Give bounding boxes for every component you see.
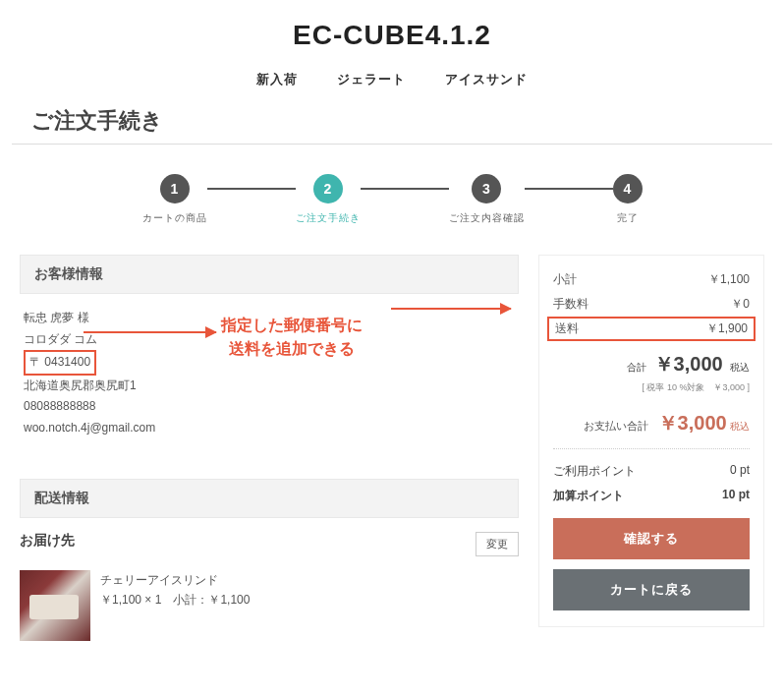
step-connector <box>361 188 449 190</box>
use-point-value: 0 pt <box>730 463 750 480</box>
customer-address: 北海道奥尻郡奥尻町1 <box>24 376 519 397</box>
product-detail: ￥1,100 × 1 小計：￥1,100 <box>100 590 250 610</box>
step-connector <box>207 188 296 190</box>
shipping-sub-title: お届け先 <box>20 532 75 548</box>
checkout-steps: 1 カートの商品 2 ご注文手続き 3 ご注文内容確認 4 完了 <box>0 164 784 255</box>
site-title: EC-CUBE4.1.2 <box>0 0 784 59</box>
shipping-label: 送料 <box>555 320 579 337</box>
pay-suffix: 税込 <box>730 421 750 432</box>
subtotal-label: 小計 <box>553 271 577 288</box>
pay-label: お支払い合計 <box>584 420 648 432</box>
customer-email: woo.notch.4j@gmail.com <box>24 418 519 439</box>
nav-item-gelato[interactable]: ジェラート <box>337 71 406 88</box>
product-info: チェリーアイスリンド ￥1,100 × 1 小計：￥1,100 <box>100 570 250 610</box>
step-1: 1 カートの商品 <box>142 174 207 225</box>
step-3: 3 ご注文内容確認 <box>449 174 525 225</box>
pay-total-row: お支払い合計 ￥3,000 税込 <box>553 404 750 449</box>
order-summary: 小計 ￥1,100 手数料 ￥0 送料 ￥1,900 合計 ￥3,000 税込 … <box>538 255 764 627</box>
back-to-cart-button[interactable]: カートに戻る <box>553 569 750 610</box>
step-label: ご注文手続き <box>296 211 361 225</box>
shipping-row: 送料 ￥1,900 <box>547 317 756 341</box>
use-point-label: ご利用ポイント <box>553 463 636 480</box>
total-suffix: 税込 <box>730 362 750 373</box>
shipping-section-title: 配送情報 <box>20 479 519 518</box>
fee-row: 手数料 ￥0 <box>553 292 750 317</box>
step-label: ご注文内容確認 <box>449 211 525 225</box>
pay-value: ￥3,000 <box>658 412 727 434</box>
subtotal-value: ￥1,100 <box>708 271 750 288</box>
product-thumbnail <box>20 570 90 641</box>
step-circle: 4 <box>613 174 643 203</box>
fee-label: 手数料 <box>553 296 588 313</box>
step-2: 2 ご注文手続き <box>296 174 361 225</box>
total-row: 合計 ￥3,000 税込 <box>553 341 750 379</box>
nav-item-new[interactable]: 新入荷 <box>256 71 298 88</box>
annotation-line1: 指定した郵便番号に <box>221 314 363 337</box>
add-point-value: 10 pt <box>722 488 750 504</box>
total-value: ￥3,000 <box>654 353 723 375</box>
nav-item-ice-sand[interactable]: アイスサンド <box>445 71 528 88</box>
step-4: 4 完了 <box>613 174 643 225</box>
step-connector <box>525 188 613 190</box>
customer-section-title: お客様情報 <box>20 255 519 294</box>
annotation-arrow-left <box>84 331 216 333</box>
fee-value: ￥0 <box>731 296 750 313</box>
annotation-text: 指定した郵便番号に 送料を追加できる <box>221 314 363 361</box>
customer-phone: 08088888888 <box>24 396 519 418</box>
subtotal-row: 小計 ￥1,100 <box>553 267 750 292</box>
step-circle: 1 <box>160 174 190 203</box>
page-title: ご注文手続き <box>12 106 772 145</box>
step-circle: 2 <box>313 174 343 203</box>
product-name: チェリーアイスリンド <box>100 570 250 590</box>
annotation-arrow-right <box>391 308 511 310</box>
annotation-line2: 送料を追加できる <box>221 337 363 361</box>
tax-note: [ 税率 10 %対象 ￥3,000 ] <box>553 379 750 404</box>
customer-postal: 〒 0431400 <box>24 350 96 376</box>
confirm-button[interactable]: 確認する <box>553 518 750 559</box>
step-circle: 3 <box>472 174 501 203</box>
step-label: 完了 <box>613 211 643 225</box>
change-address-button[interactable]: 変更 <box>476 532 519 556</box>
total-label: 合計 <box>627 362 646 373</box>
use-point-row: ご利用ポイント 0 pt <box>553 459 750 484</box>
step-label: カートの商品 <box>142 211 207 225</box>
shipping-value: ￥1,900 <box>706 320 748 337</box>
main-nav: 新入荷 ジェラート アイスサンド <box>0 59 784 106</box>
add-point-label: 加算ポイント <box>553 488 624 504</box>
add-point-row: 加算ポイント 10 pt <box>553 484 750 508</box>
